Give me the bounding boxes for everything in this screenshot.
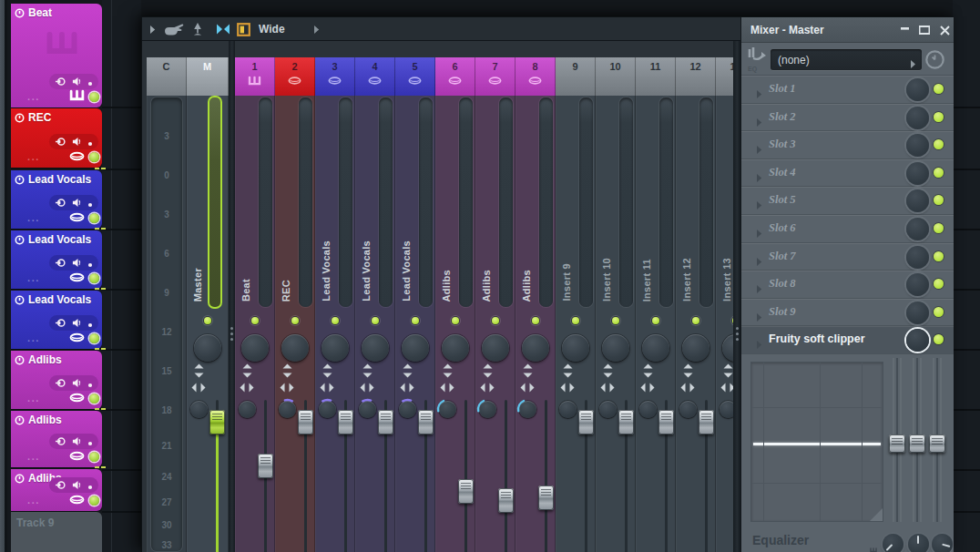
channel-strip-3[interactable]: Lead Vocals	[315, 96, 355, 552]
fx-slot-led[interactable]	[934, 251, 944, 261]
channel-header-11[interactable]: 11	[636, 57, 676, 96]
dot-icon[interactable]	[87, 434, 93, 450]
channel-strip-4[interactable]: Lead Vocals	[355, 96, 395, 552]
track-status-icon[interactable]	[15, 474, 25, 486]
fx-slot-knob[interactable]	[906, 78, 929, 101]
arm-icon[interactable]	[55, 134, 66, 150]
pan-knob[interactable]	[362, 334, 389, 362]
channel-header-C[interactable]: C	[147, 57, 187, 96]
pan-arrows-icon[interactable]	[400, 381, 414, 397]
channel-strip-12[interactable]: Insert 12	[676, 96, 716, 552]
playlist-empty-track[interactable]: Track 9	[11, 512, 102, 552]
track-status-icon[interactable]	[15, 415, 25, 428]
volume-fader[interactable]	[378, 410, 393, 434]
sep-knob[interactable]	[190, 401, 208, 418]
track-status-icon[interactable]	[15, 355, 25, 368]
speaker-icon[interactable]	[72, 315, 82, 332]
resize-corner[interactable]	[870, 508, 883, 521]
track-status-icon[interactable]	[15, 295, 25, 308]
channel-strip-2[interactable]: REC	[275, 96, 315, 552]
eq-route-icon[interactable]: EQ	[745, 46, 769, 72]
fx-slot-knob[interactable]	[906, 134, 929, 157]
playlist-track-lead-vocals[interactable]: Lead Vocals	[11, 230, 102, 289]
channel-header-4[interactable]: 4	[355, 57, 395, 96]
fx-slot-led[interactable]	[934, 168, 944, 178]
channel-strip-11[interactable]: Insert 11	[636, 96, 676, 552]
channel-header-13[interactable]: 13	[716, 57, 735, 96]
fx-slot-knob[interactable]	[906, 329, 929, 352]
chevron-right-icon[interactable]	[756, 141, 762, 158]
fader-track[interactable]	[545, 400, 547, 552]
dot-icon[interactable]	[87, 74, 93, 90]
channel-led[interactable]	[612, 317, 619, 324]
channel-header-5[interactable]: 5	[395, 57, 435, 96]
channel-header-10[interactable]: 10	[596, 57, 636, 96]
volume-fader[interactable]	[458, 479, 474, 504]
volume-fader[interactable]	[298, 410, 313, 434]
playlist-track-adlibs[interactable]: Adlibs	[11, 469, 102, 511]
channel-strip-1[interactable]: Beat	[235, 96, 275, 552]
stereo-sep-arrows-icon[interactable]	[402, 363, 413, 382]
pan-arrows-icon[interactable]	[240, 381, 254, 397]
fader-track[interactable]	[505, 400, 507, 552]
channel-led[interactable]	[492, 317, 499, 324]
channel-header-9[interactable]: 9	[556, 57, 596, 96]
pan-knob[interactable]	[522, 334, 549, 362]
stereo-sep-arrows-icon[interactable]	[722, 363, 734, 382]
eq-graph[interactable]	[750, 362, 883, 522]
fx-slot-2[interactable]: Slot 2	[741, 104, 954, 132]
channel-led[interactable]	[572, 317, 579, 324]
pan-knob[interactable]	[442, 334, 469, 362]
channel-header-8[interactable]: 8	[516, 57, 556, 96]
channel-led[interactable]	[412, 317, 419, 324]
arm-icon[interactable]	[55, 375, 66, 392]
speaker-icon[interactable]	[72, 195, 82, 211]
volume-fader[interactable]	[498, 488, 514, 513]
eq-band-handle[interactable]	[929, 434, 945, 453]
pan-knob[interactable]	[241, 334, 269, 362]
playlist-track-rec[interactable]: REC	[11, 108, 102, 168]
channel-strip-5[interactable]: Lead Vocals	[395, 96, 435, 552]
arm-icon[interactable]	[55, 434, 66, 450]
playlist-grid[interactable]	[102, 0, 141, 552]
stereo-sep-arrows-icon[interactable]	[522, 363, 534, 382]
minimize-button[interactable]	[898, 24, 913, 36]
fx-slot-6[interactable]: Slot 6	[741, 215, 954, 243]
channel-header-2[interactable]: 2	[275, 57, 315, 96]
speaker-icon[interactable]	[72, 255, 82, 271]
lips-icon[interactable]	[69, 210, 85, 226]
fx-slot-knob[interactable]	[906, 189, 929, 212]
fx-slot-led[interactable]	[934, 112, 944, 122]
eq-freq-knob-2[interactable]	[908, 534, 929, 552]
fx-slot-7[interactable]: Slot 7	[741, 243, 954, 271]
channel-strip-C[interactable]: 303691215182124273033	[147, 96, 187, 552]
speaker-icon[interactable]	[72, 74, 82, 90]
dot-icon[interactable]	[87, 255, 93, 271]
fx-titlebar[interactable]: Mixer - Master	[741, 17, 954, 43]
chevron-right-icon[interactable]	[756, 309, 762, 325]
track-status-icon[interactable]	[15, 235, 25, 248]
pan-knob[interactable]	[281, 334, 309, 362]
stereo-sep-arrows-icon[interactable]	[562, 363, 574, 382]
fx-slot-10[interactable]: Fruity soft clipper	[741, 326, 954, 354]
lips-icon[interactable]	[69, 390, 85, 406]
channel-strip-7[interactable]: Adlibs	[475, 96, 516, 552]
fx-slot-knob[interactable]	[906, 162, 929, 185]
mixer-divider-right[interactable]	[733, 41, 740, 552]
fx-slot-knob[interactable]	[906, 218, 929, 240]
fader-track[interactable]	[464, 400, 467, 552]
pan-arrows-icon[interactable]	[320, 381, 334, 397]
playlist-track-beat[interactable]: Beat	[11, 4, 102, 107]
stereo-sep-arrows-icon[interactable]	[642, 363, 654, 382]
chevron-right-icon[interactable]	[756, 169, 762, 186]
fx-slot-3[interactable]: Slot 3	[741, 131, 954, 159]
fx-slot-4[interactable]: Slot 4	[741, 159, 954, 188]
arm-icon[interactable]	[55, 477, 66, 494]
volume-fader[interactable]	[338, 410, 353, 434]
track-led[interactable]	[89, 273, 99, 283]
pan-knob[interactable]	[562, 334, 589, 362]
channel-header-1[interactable]: 1	[235, 57, 275, 96]
pan-arrows-icon[interactable]	[680, 381, 695, 397]
eq-band-fader-3[interactable]	[931, 358, 944, 522]
track-status-icon[interactable]	[15, 175, 25, 188]
